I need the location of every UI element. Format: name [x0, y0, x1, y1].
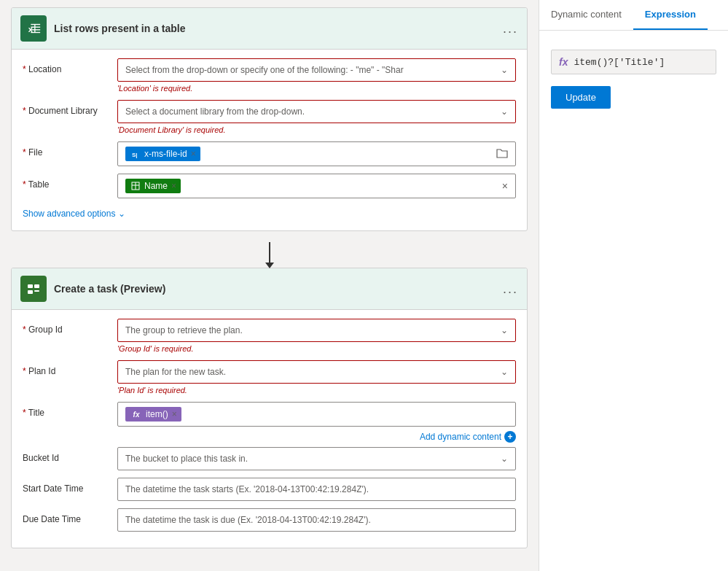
svg-rect-12 [28, 284, 33, 288]
table-tag-chip: Name × [125, 179, 181, 193]
bucket-id-row: Bucket Id The bucket to place this task … [23, 447, 516, 470]
group-id-label: * Group Id [23, 319, 117, 335]
start-date-label: Start Date Time [23, 478, 117, 494]
due-date-input[interactable]: The datetime the task is due (Ex. '2018-… [117, 508, 516, 532]
file-tag-chip: S| x-ms-file-id × [125, 147, 200, 161]
document-library-label: * Document Library [23, 100, 117, 116]
add-dynamic-row: Add dynamic content + [23, 431, 516, 443]
due-date-label: Due Date Time [23, 508, 117, 524]
panel-body: fx item()?['Title'] Update [539, 31, 728, 571]
bucket-id-input[interactable]: The bucket to place this task in. ⌄ [117, 447, 516, 470]
due-date-placeholder: The datetime the task is due (Ex. '2018-… [125, 515, 508, 525]
document-library-input-wrap: Select a document library from the drop-… [117, 100, 516, 134]
plan-id-label: * Plan Id [23, 360, 117, 376]
start-date-row: Start Date Time The datetime the task st… [23, 478, 516, 501]
start-date-placeholder: The datetime the task starts (Ex. '2018-… [125, 484, 508, 494]
card1-header: x List rows present in a table ... [12, 8, 527, 50]
location-input-wrap: Select from the drop-down or specify one… [117, 58, 516, 93]
panel-tabs: Dynamic content Expression [539, 0, 728, 31]
title-chip-content: fx item() × [125, 407, 508, 422]
due-date-input-wrap: The datetime the task is due (Ex. '2018-… [117, 508, 516, 532]
bucket-id-placeholder: The bucket to place this task in. [125, 454, 501, 464]
document-library-error: 'Document Library' is required. [117, 125, 516, 134]
start-date-input-wrap: The datetime the task starts (Ex. '2018-… [117, 478, 516, 501]
card-create-task: Create a task (Preview) ... * Group Id T… [11, 268, 528, 548]
add-dynamic-plus-icon: + [504, 431, 516, 443]
location-dropdown-arrow[interactable]: ⌄ [501, 65, 508, 75]
due-date-row: Due Date Time The datetime the task is d… [23, 508, 516, 532]
title-tag-chip: fx item() × [125, 407, 181, 422]
show-advanced-options[interactable]: Show advanced options ⌄ [23, 206, 516, 222]
group-id-dropdown-arrow[interactable]: ⌄ [501, 325, 508, 335]
card2-title: Create a task (Preview) [54, 283, 503, 295]
expression-input-row[interactable]: fx item()?['Title'] [551, 50, 716, 74]
tab-expression[interactable]: Expression [633, 0, 708, 30]
file-input-wrap: S| x-ms-file-id × [117, 141, 516, 166]
document-library-dropdown-arrow[interactable]: ⌄ [501, 106, 508, 117]
svg-rect-15 [34, 290, 39, 292]
title-tag-close[interactable]: × [172, 409, 177, 419]
doc-lib-placeholder: Select a document library from the drop-… [125, 106, 501, 117]
file-chip-content: S| x-ms-file-id × [125, 147, 496, 161]
file-row: * File S| x-ms-file-id [23, 141, 516, 166]
title-input[interactable]: fx item() × [117, 402, 516, 427]
add-dynamic-button[interactable]: Add dynamic content + [420, 431, 516, 443]
card1-title: List rows present in a table [54, 23, 503, 34]
card2-body: * Group Id The group to retrieve the pla… [12, 310, 527, 548]
table-input[interactable]: Name × × [117, 174, 516, 198]
table-chip-content: Name × [125, 179, 502, 193]
svg-text:x: x [28, 25, 34, 34]
document-library-row: * Document Library Select a document lib… [23, 100, 516, 134]
group-id-error: 'Group Id' is required. [117, 344, 516, 353]
location-error: 'Location' is required. [117, 84, 516, 93]
table-chip-icon [130, 180, 141, 192]
fx-icon: fx [559, 56, 568, 68]
plan-id-input[interactable]: The plan for the new task. ⌄ [117, 360, 516, 384]
svg-text:S|: S| [132, 152, 138, 158]
title-chip-icon: fx [130, 408, 143, 420]
start-date-input[interactable]: The datetime the task starts (Ex. '2018-… [117, 478, 516, 501]
svg-rect-13 [34, 284, 39, 288]
tab-dynamic-content[interactable]: Dynamic content [539, 0, 633, 30]
file-folder-icon[interactable] [496, 148, 508, 160]
card2-header: Create a task (Preview) ... [12, 268, 527, 310]
location-input[interactable]: Select from the drop-down or specify one… [117, 58, 516, 82]
excel-icon: x [20, 15, 47, 42]
group-id-placeholder: The group to retrieve the plan. [125, 325, 501, 335]
plan-id-dropdown-arrow[interactable]: ⌄ [501, 367, 508, 377]
svg-rect-11 [26, 281, 42, 297]
location-row: * Location Select from the drop-down or … [23, 58, 516, 93]
table-tag-close[interactable]: × [171, 181, 176, 191]
table-input-wrap: Name × × [117, 174, 516, 198]
card-list-rows: x List rows present in a table ... * Loc… [11, 7, 528, 231]
plan-id-placeholder: The plan for the new task. [125, 367, 501, 377]
table-row-field: * Table [23, 174, 516, 198]
expression-value: item()?['Title'] [574, 57, 665, 68]
plan-id-row: * Plan Id The plan for the new task. ⌄ '… [23, 360, 516, 395]
table-clear-icon[interactable]: × [502, 180, 508, 192]
card2-menu[interactable]: ... [503, 281, 518, 297]
table-label: * Table [23, 174, 117, 190]
card1-menu[interactable]: ... [503, 21, 518, 36]
file-input[interactable]: S| x-ms-file-id × [117, 141, 516, 166]
title-label: * Title [23, 402, 117, 418]
svg-rect-14 [28, 290, 33, 294]
arrow-connector [11, 238, 528, 268]
location-label: * Location [23, 58, 117, 74]
title-row: * Title fx item() × [23, 402, 516, 427]
update-button[interactable]: Update [551, 86, 611, 109]
file-tag-close[interactable]: × [191, 149, 196, 159]
card1-body: * Location Select from the drop-down or … [12, 50, 527, 230]
right-panel: Dynamic content Expression fx item()?['T… [539, 0, 728, 571]
title-input-wrap: fx item() × [117, 402, 516, 427]
bucket-id-label: Bucket Id [23, 447, 117, 463]
bucket-id-dropdown-arrow[interactable]: ⌄ [501, 454, 508, 464]
group-id-input[interactable]: The group to retrieve the plan. ⌄ [117, 319, 516, 342]
group-id-row: * Group Id The group to retrieve the pla… [23, 319, 516, 353]
arrow-down [269, 242, 270, 264]
main-area: x List rows present in a table ... * Loc… [0, 0, 539, 571]
planner-icon [20, 276, 47, 302]
plan-id-input-wrap: The plan for the new task. ⌄ 'Plan Id' i… [117, 360, 516, 395]
document-library-input[interactable]: Select a document library from the drop-… [117, 100, 516, 123]
file-label: * File [23, 141, 117, 158]
